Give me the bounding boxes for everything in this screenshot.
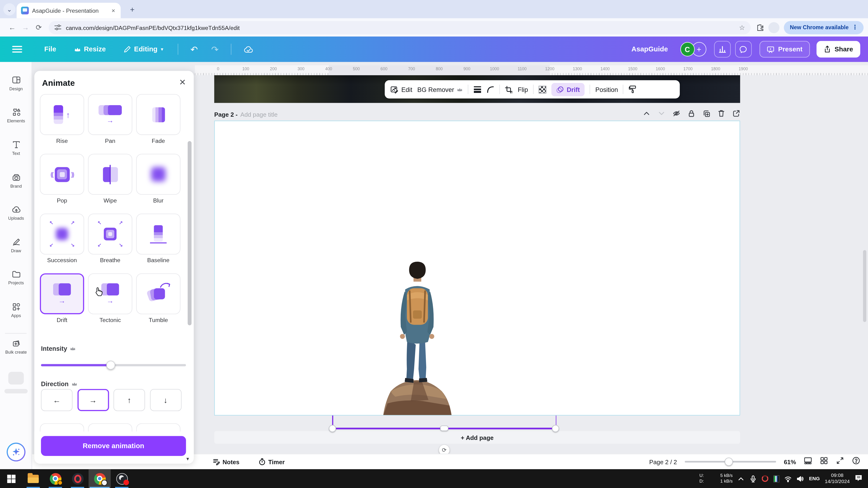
comments-button[interactable]	[735, 41, 751, 58]
sidebar-item-elements[interactable]: Elements	[0, 107, 32, 134]
file-explorer-button[interactable]	[22, 469, 44, 488]
redo-button[interactable]: ↷	[205, 44, 225, 55]
sidebar-item-uploads[interactable]: Uploads	[0, 205, 32, 231]
wifi-icon[interactable]	[785, 475, 792, 482]
direction-down-button[interactable]: ↓	[150, 389, 181, 411]
bg-remover-button[interactable]: BG Remover	[417, 86, 463, 93]
delete-page-button[interactable]	[717, 110, 725, 120]
direction-right-button[interactable]: →	[77, 389, 109, 411]
edit-image-button[interactable]: Edit	[390, 86, 412, 93]
tray-expand-icon[interactable]	[738, 475, 745, 482]
language-indicator[interactable]: ENG	[809, 476, 820, 481]
browser-menu-icon[interactable]: ⋮	[849, 24, 861, 31]
sidebar-item-draw[interactable]: Draw	[0, 237, 32, 264]
panel-close-icon[interactable]: ✕	[179, 77, 186, 88]
remove-animation-button[interactable]: Remove animation	[41, 436, 186, 456]
bookmark-star-icon[interactable]: ☆	[739, 24, 745, 31]
selection-corner-handle[interactable]	[329, 425, 336, 432]
main-menu-icon[interactable]	[12, 46, 22, 53]
animation-tile-tumble[interactable]	[136, 273, 181, 314]
presenter-view-button[interactable]	[804, 456, 812, 467]
spacing-icon[interactable]	[473, 86, 482, 93]
undo-button[interactable]: ↶	[184, 44, 205, 55]
back-icon[interactable]: ←	[5, 23, 19, 32]
url-bar[interactable]: canva.com/design/DAGPmFasnPE/bdVQtx371kf…	[49, 21, 751, 34]
insights-button[interactable]	[714, 41, 731, 58]
export-page-button[interactable]	[733, 110, 740, 120]
sidebar-item-text[interactable]: Text	[0, 140, 32, 167]
flip-button[interactable]: Flip	[518, 86, 528, 93]
extensions-icon[interactable]	[756, 24, 764, 31]
editing-mode-menu[interactable]: Editing ▾	[115, 45, 172, 53]
animation-tile-drift[interactable]: →	[40, 273, 84, 314]
sidebar-item-bulk-create[interactable]: Bulk create	[0, 338, 32, 365]
zoom-slider-thumb[interactable]	[724, 458, 733, 466]
animation-tile-wipe[interactable]	[88, 154, 132, 195]
grid-view-button[interactable]	[820, 456, 828, 467]
timer-button[interactable]: Timer	[258, 458, 285, 465]
obs-button[interactable]	[111, 469, 133, 488]
direction-up-button[interactable]: ↑	[114, 389, 145, 411]
animation-tile-rise[interactable]: ↑	[40, 94, 84, 135]
canva-assistant-button[interactable]	[7, 443, 26, 462]
profile-avatar[interactable]	[768, 22, 779, 33]
panel-scrollbar[interactable]	[188, 141, 191, 325]
present-button[interactable]: Present	[759, 41, 810, 58]
selection-side-handle[interactable]	[440, 426, 448, 431]
transparency-icon[interactable]	[538, 86, 546, 93]
animation-tile-baseline[interactable]	[136, 214, 181, 255]
new-tab-button[interactable]: +	[127, 4, 138, 15]
hide-page-button[interactable]	[673, 110, 680, 120]
site-settings-icon[interactable]	[54, 24, 62, 31]
panel-scroll-down-icon[interactable]: ▼	[185, 456, 190, 461]
reload-icon[interactable]: ⟳	[32, 23, 45, 32]
zoom-slider[interactable]	[685, 461, 776, 462]
animation-tile-pan[interactable]: →	[88, 94, 132, 135]
sidebar-item-design[interactable]: Design	[0, 75, 32, 102]
recorder-tray-icon[interactable]	[762, 475, 769, 482]
chrome-button[interactable]	[44, 469, 66, 488]
chrome-update-button[interactable]: New Chrome available ⋮	[784, 21, 864, 34]
position-button[interactable]: Position	[595, 86, 618, 93]
resize-menu[interactable]: Resize	[65, 45, 115, 53]
microphone-icon[interactable]	[750, 475, 757, 482]
start-button[interactable]	[0, 469, 22, 488]
duplicate-page-button[interactable]	[703, 110, 710, 120]
tab-close-icon[interactable]: ×	[111, 7, 116, 14]
account-avatar[interactable]: C	[680, 42, 694, 56]
animation-tile-succession[interactable]: ↖↗↙↘	[40, 214, 84, 255]
file-menu[interactable]: File	[35, 45, 65, 53]
fullscreen-button[interactable]	[836, 456, 844, 467]
browser-tab[interactable]: AsapGuide - Presentation ×	[17, 3, 121, 19]
forward-icon[interactable]: →	[19, 23, 32, 32]
crop-icon[interactable]	[505, 86, 513, 93]
selection-corner-handle[interactable]	[552, 425, 559, 432]
chrome-profile-button[interactable]	[89, 469, 111, 488]
sidebar-item-projects[interactable]: Projects	[0, 269, 32, 296]
tab-search-chevron-icon[interactable]: ⌄	[3, 3, 16, 15]
add-page-button[interactable]: + Add page	[214, 431, 740, 444]
page-title-input[interactable]: Add page title	[240, 111, 278, 118]
hiker-image[interactable]	[382, 261, 453, 415]
animation-tile-blur[interactable]	[136, 154, 181, 195]
intensity-slider-thumb[interactable]	[106, 361, 115, 370]
animation-tile-fade[interactable]	[136, 94, 181, 135]
animation-button[interactable]: Drift	[551, 83, 585, 96]
copy-style-icon[interactable]	[628, 85, 637, 93]
curve-icon[interactable]	[487, 86, 495, 93]
direction-left-button[interactable]: ←	[41, 389, 73, 411]
intensity-slider[interactable]	[41, 364, 186, 366]
share-button[interactable]: Share	[816, 41, 860, 58]
help-button[interactable]	[852, 456, 860, 467]
move-page-up-button[interactable]	[643, 110, 651, 120]
canvas-page[interactable]	[214, 121, 740, 416]
animation-tile-pop[interactable]: (())	[40, 154, 84, 195]
move-page-down-button[interactable]	[658, 110, 665, 120]
app-tray-icon[interactable]	[774, 475, 780, 482]
notification-center-icon[interactable]	[855, 474, 863, 484]
canvas-scrollbar[interactable]	[863, 250, 866, 322]
volume-icon[interactable]	[797, 475, 804, 482]
clock[interactable]: 09:08 14/10/2024	[825, 473, 850, 485]
animation-tile-breathe[interactable]: ↖↗↙↘	[88, 214, 132, 255]
lock-page-button[interactable]	[687, 110, 695, 120]
